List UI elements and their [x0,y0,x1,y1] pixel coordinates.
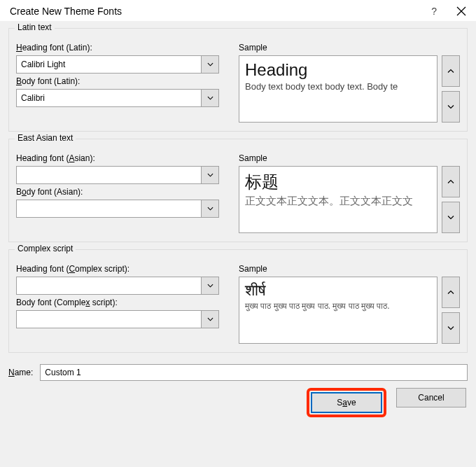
titlebar: Create New Theme Fonts ? [0,0,476,21]
sample-label-asian: Sample [239,153,460,163]
body-font-complex-dropdown[interactable] [201,310,219,328]
heading-font-latin-combo[interactable] [16,55,219,74]
sample-body-asian: 正文文本正文文本。正文文本正文文 [245,195,431,208]
group-legend-complex: Complex script [15,244,76,253]
group-complex: Complex script Heading font (Complex scr… [8,249,468,353]
body-font-complex-label: Body font (Complex script): [16,298,226,307]
group-legend-asian: East Asian text [15,133,76,143]
body-font-latin-label: Body font (Latin): [16,76,226,86]
body-font-latin-dropdown[interactable] [201,89,219,107]
heading-font-latin-label: Heading font (Latin): [16,43,226,53]
sample-latin-down[interactable] [442,91,460,123]
name-label: Name: [8,368,33,377]
body-font-asian-label: Body font (Asian): [16,187,226,197]
body-font-latin-combo[interactable] [16,89,219,107]
sample-asian-up[interactable] [442,166,460,197]
save-button[interactable]: Save [312,393,382,412]
body-font-asian-input[interactable] [16,200,201,218]
body-font-latin-input[interactable] [16,89,201,107]
body-font-complex-input[interactable] [16,310,201,328]
button-row: Save Cancel [0,388,476,427]
close-icon[interactable] [456,6,466,16]
sample-preview-complex: शीर्ष मुख्य पाठ मुख्य पाठ मुख्य पाठ. मुख… [239,277,438,344]
group-latin: Latin text Heading font (Latin): Body fo… [8,28,468,132]
titlebar-buttons: ? [431,6,466,17]
heading-font-asian-label: Heading font (Asian): [16,153,226,163]
heading-font-complex-input[interactable] [16,277,201,295]
heading-font-asian-combo[interactable] [16,166,219,184]
sample-body-complex: मुख्य पाठ मुख्य पाठ मुख्य पाठ. मुख्य पाठ… [245,301,431,311]
body-font-complex-combo[interactable] [16,310,219,328]
name-input[interactable] [40,364,468,381]
sample-complex-up[interactable] [442,277,460,308]
sample-heading-complex: शीर्ष [245,281,431,300]
heading-font-latin-dropdown[interactable] [201,55,219,74]
sample-complex-down[interactable] [442,312,460,344]
help-icon[interactable]: ? [431,6,437,17]
dialog-title: Create New Theme Fonts [10,6,122,17]
sample-body-latin: Body text body text body text. Body te [245,81,431,92]
body-font-asian-combo[interactable] [16,200,219,218]
heading-font-asian-input[interactable] [16,166,201,184]
heading-font-complex-dropdown[interactable] [201,277,219,295]
sample-heading-latin: Heading [245,60,431,80]
body-font-asian-dropdown[interactable] [201,200,219,218]
group-asian: East Asian text Heading font (Asian): Bo… [8,139,468,242]
name-row: Name: [0,360,476,388]
cancel-button[interactable]: Cancel [396,388,466,407]
sample-latin-up[interactable] [442,55,460,87]
sample-asian-down[interactable] [442,202,460,233]
heading-font-complex-label: Heading font (Complex script): [16,264,226,274]
sample-preview-latin: Heading Body text body text body text. B… [239,55,438,123]
sample-heading-asian: 标题 [245,171,431,193]
sample-preview-asian: 标题 正文文本正文文本。正文文本正文文 [239,166,438,233]
heading-font-asian-dropdown[interactable] [201,166,219,184]
heading-font-complex-combo[interactable] [16,277,219,295]
sample-label-complex: Sample [239,264,460,274]
group-legend-latin: Latin text [15,22,55,32]
sample-label-latin: Sample [239,43,460,53]
save-highlight: Save [307,388,386,417]
heading-font-latin-input[interactable] [16,55,201,74]
